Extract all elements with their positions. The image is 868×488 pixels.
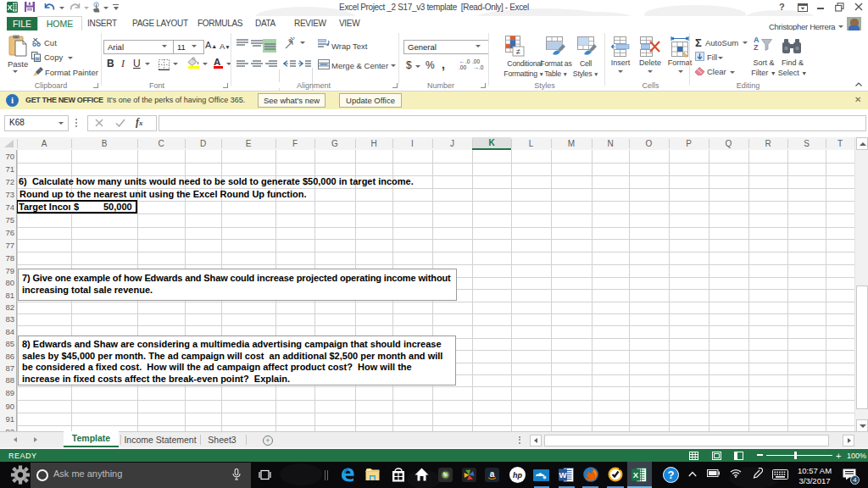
svg-text:a: a — [490, 469, 495, 479]
svg-text:W: W — [559, 470, 567, 480]
svg-text:X: X — [633, 470, 639, 480]
svg-text:hp: hp — [513, 471, 522, 480]
svg-text:ab: ab — [286, 37, 296, 44]
svg-text:≠: ≠ — [516, 47, 520, 56]
